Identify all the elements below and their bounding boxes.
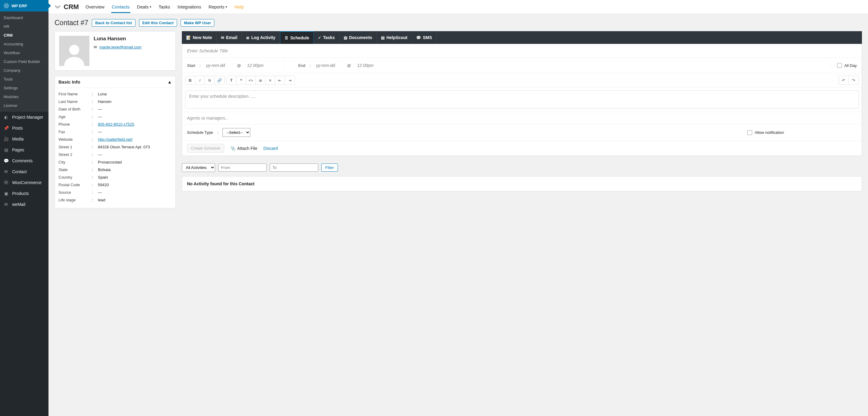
sidebar-sub-hr[interactable]: HR — [0, 22, 49, 31]
menu-icon: 💬 — [3, 158, 9, 164]
tab-icon: ▤ — [344, 35, 347, 40]
make-wp-user-button[interactable]: Make WP User — [181, 19, 214, 27]
info-label: Website — [59, 137, 92, 142]
bold-button[interactable]: B — [185, 76, 195, 84]
notification-toggle[interactable]: Allow notification — [747, 130, 784, 135]
info-value: Bizkaia — [98, 167, 172, 172]
back-button[interactable]: Back to Contact list — [92, 19, 135, 27]
end-date-input[interactable] — [315, 62, 342, 69]
sidebar-sub-dashboard[interactable]: Dashboard — [0, 13, 49, 22]
activity-tabs: 📝New Note✉Email≣Log Activity🗓Schedule✓Ta… — [182, 31, 862, 44]
email-icon: ✉ — [94, 45, 97, 49]
link-button[interactable]: 🔗 — [215, 76, 224, 84]
sidebar-sub-license[interactable]: License — [0, 101, 49, 110]
info-row: Source:— — [59, 188, 172, 196]
tab-icon: 📝 — [186, 35, 191, 40]
to-input[interactable] — [270, 164, 318, 172]
nav-reports[interactable]: Reports▾ — [208, 1, 228, 13]
info-label: First Name — [59, 92, 92, 96]
textsize-button[interactable]: 𝐓 — [227, 76, 237, 84]
edit-button[interactable]: Edit this Contact — [139, 19, 177, 27]
allday-toggle[interactable]: All Day — [831, 63, 857, 68]
tab-documents[interactable]: ▤Documents — [339, 31, 377, 44]
brand[interactable]: WP ERP — [0, 0, 49, 11]
nav-overview[interactable]: Overview — [85, 1, 105, 13]
sidebar-sub-custom-field-builder[interactable]: Custom Field Builder — [0, 57, 49, 66]
sidebar-sub-company[interactable]: Company — [0, 66, 49, 75]
info-label: Country — [59, 175, 92, 179]
filter-button[interactable]: Filter — [321, 164, 338, 172]
tab-new-note[interactable]: 📝New Note — [182, 31, 217, 44]
discard-link[interactable]: Discard — [264, 146, 278, 151]
sidebar-item-products[interactable]: ▣Products — [0, 188, 49, 199]
activities-select[interactable]: All Activities — [182, 163, 215, 172]
outdent-button[interactable]: ⇤ — [275, 76, 285, 84]
info-row: Postal Code:59420 — [59, 181, 172, 188]
tab-log-activity[interactable]: ≣Log Activity — [242, 31, 280, 44]
sidebar-sub-crm[interactable]: CRM — [0, 31, 49, 40]
sidebar-item-contact[interactable]: ✉Contact — [0, 166, 49, 177]
start-time-input[interactable] — [246, 62, 273, 69]
profile-card: Luna Hansen ✉ mante.lexie@gmail.com — [55, 31, 176, 71]
sidebar-sub-modules[interactable]: Modules — [0, 92, 49, 101]
schedule-title-input[interactable] — [182, 44, 862, 58]
agents-input[interactable]: Agents or managers.. — [182, 112, 862, 125]
info-label: Street 2 — [59, 152, 92, 157]
tab-schedule[interactable]: 🗓Schedule — [280, 31, 314, 44]
sidebar-item-posts[interactable]: 📌Posts — [0, 123, 49, 134]
tab-sms[interactable]: 💬SMS — [412, 31, 436, 44]
nav-help[interactable]: Help — [234, 1, 244, 13]
info-row: Life stage:lead — [59, 196, 172, 204]
notification-checkbox[interactable] — [747, 130, 752, 135]
nav-integrations[interactable]: Integrations — [177, 1, 202, 13]
code-button[interactable]: <> — [246, 76, 256, 84]
sidebar-item-woocommerce[interactable]: ⓦWooCommerce — [0, 177, 49, 188]
create-schedule-button[interactable]: Create Schedule — [187, 144, 224, 152]
editor-body[interactable]: Enter your schedule description ..... — [185, 91, 859, 109]
sidebar-sub-workflow[interactable]: Workflow — [0, 48, 49, 57]
info-row: Phone:805-602-8510 x7525 — [59, 120, 172, 128]
brand-icon — [4, 3, 9, 8]
start-date-input[interactable] — [205, 62, 232, 69]
editor-toolbar: B I S 🔗 𝐓 ❝ <> ≣ ≡ ⇤ — [182, 73, 862, 88]
attach-file-button[interactable]: 📎 Attach File — [230, 146, 257, 151]
schedule-type-select[interactable]: --Select-- — [222, 128, 250, 137]
tab-tasks[interactable]: ✓Tasks — [314, 31, 339, 44]
sidebar-sub-tools[interactable]: Tools — [0, 75, 49, 83]
end-time-input[interactable] — [356, 62, 383, 69]
sidebar-item-pages[interactable]: ▤Pages — [0, 144, 49, 155]
indent-button[interactable]: ⇥ — [285, 76, 294, 84]
info-label: Fax — [59, 130, 92, 134]
info-link[interactable]: 805-602-8510 x7525 — [98, 122, 134, 127]
basic-info-header[interactable]: Basic Info ▲ — [55, 76, 176, 88]
quote-button[interactable]: ❝ — [237, 76, 246, 84]
sidebar-item-wemail[interactable]: ✉weMail — [0, 199, 49, 210]
nav-contacts[interactable]: Contacts — [111, 1, 130, 13]
chevron-down-icon: ▾ — [225, 5, 227, 8]
sidebar-item-project-manager[interactable]: ◐Project Manager — [0, 112, 49, 123]
menu-icon: 📌 — [3, 125, 9, 131]
allday-checkbox[interactable] — [837, 63, 842, 68]
undo-button[interactable]: ↶ — [839, 76, 848, 84]
tab-helpscout[interactable]: ▤HelpScout — [377, 31, 412, 44]
sidebar-item-comments[interactable]: 💬Comments — [0, 155, 49, 166]
tab-email[interactable]: ✉Email — [217, 31, 242, 44]
info-row: Website:http://satterfield.net/ — [59, 136, 172, 143]
profile-email-link[interactable]: mante.lexie@gmail.com — [99, 45, 142, 49]
nav-deals[interactable]: Deals▾ — [136, 1, 152, 13]
strike-button[interactable]: S — [205, 76, 215, 84]
sidebar-item-media[interactable]: 🎥Media — [0, 134, 49, 144]
sidebar-sub-accounting[interactable]: Accounting — [0, 40, 49, 48]
info-label: Life stage — [59, 198, 92, 202]
info-link[interactable]: http://satterfield.net/ — [98, 137, 132, 142]
italic-button[interactable]: I — [195, 76, 205, 84]
nav-tasks[interactable]: Tasks — [158, 1, 170, 13]
ol-button[interactable]: ≡ — [266, 76, 275, 84]
ul-button[interactable]: ≣ — [256, 76, 266, 84]
sidebar-sub-settings[interactable]: Settings — [0, 83, 49, 92]
info-value: 805-602-8510 x7525 — [98, 122, 172, 127]
allday-label: All Day — [844, 63, 857, 68]
tab-icon: 💬 — [416, 35, 421, 40]
redo-button[interactable]: ↷ — [848, 76, 858, 84]
from-input[interactable] — [218, 164, 267, 172]
